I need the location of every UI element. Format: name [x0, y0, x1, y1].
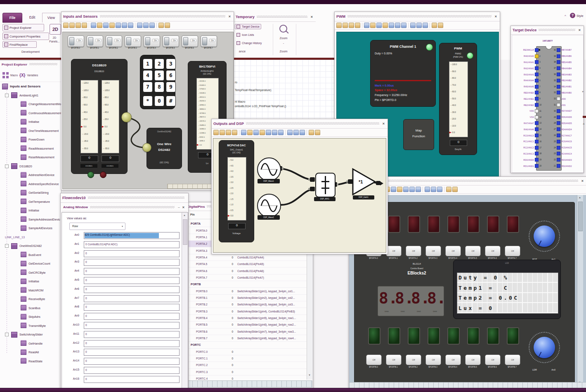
close-icon[interactable]: × — [310, 15, 314, 19]
toolbar-icon-10[interactable] — [122, 23, 127, 28]
ribbon-item-target-device[interactable]: Target Device — [235, 24, 261, 29]
tree-item[interactable]: ReceiveByte — [0, 295, 61, 304]
toolbar-icon-17[interactable] — [446, 187, 451, 192]
scroll-up-icon[interactable]: ▲ — [183, 214, 186, 216]
tree-item[interactable]: ReadState — [0, 357, 61, 366]
pin-pad[interactable] — [535, 103, 539, 107]
tab-file[interactable]: File — [2, 13, 22, 23]
tree-expander-icon[interactable]: - — [5, 333, 9, 336]
analog-vscrollbar[interactable]: ▲ — [182, 213, 188, 388]
digital-pin-row[interactable]: PORTA.40ComboBL0114(PinA4) — [186, 254, 307, 261]
toolbar-icon-18[interactable] — [438, 23, 443, 28]
pin-pad[interactable] — [535, 121, 539, 125]
toolbar-icon-10[interactable] — [409, 187, 415, 192]
onewire-connector-b[interactable] — [142, 143, 151, 152]
inputs-canvas[interactable]: On$PORTB.0On$PORTB.1On$PORTB.2On$PORTB.3… — [62, 32, 234, 189]
toolbar-icon-13[interactable] — [425, 187, 430, 192]
digital-pin-row[interactable]: PORTC.00 — [186, 349, 307, 355]
dsp-wave1-block[interactable]: DSP_Wave1 — [257, 157, 281, 181]
digital-pin-row[interactable]: PORTC.30 — [186, 369, 307, 376]
pin-pad[interactable] — [535, 115, 539, 119]
pin-pad[interactable] — [535, 54, 539, 58]
tree-item[interactable]: -SwitchArraySlider — [0, 330, 61, 339]
tab-edit[interactable]: Edit — [24, 13, 40, 22]
analog-value-field[interactable]: 0 — [84, 259, 180, 266]
analog-value-field[interactable]: 0 — [84, 277, 180, 284]
tree-expander-icon[interactable]: - — [5, 94, 9, 97]
toolbar-icon-3[interactable] — [82, 23, 87, 28]
pin-pad[interactable] — [557, 79, 560, 82]
analog-value-field[interactable]: 825 ComboBL0114(LightSensor ADC) — [84, 232, 180, 239]
analog-value-field[interactable]: 0 — [84, 367, 180, 374]
pin-pad[interactable] — [557, 60, 560, 64]
toolbar-icon-10[interactable] — [395, 23, 400, 28]
toolbar-icon-7[interactable] — [376, 23, 382, 28]
pin-pad[interactable] — [557, 85, 560, 89]
close-icon[interactable]: × — [580, 179, 585, 183]
board-switch[interactable]: Off — [485, 246, 501, 256]
digital-pin-row[interactable]: PORTB.10SwitchArraySlider1(pin2), keypad… — [186, 295, 307, 301]
pin-pad[interactable] — [535, 48, 539, 52]
tree-item[interactable]: BusEvent — [0, 251, 61, 260]
toolbar-icon-3[interactable] — [355, 23, 360, 28]
analog-value-field[interactable]: 0 — [84, 304, 180, 311]
tree-item[interactable]: GetHandle — [0, 339, 61, 348]
pin-pad[interactable] — [535, 158, 539, 162]
tree-item[interactable]: LINK_LINE_13 — [0, 233, 61, 242]
scroll-down-icon[interactable]: ▼ — [308, 374, 311, 376]
tree-item[interactable]: GetCRCByte — [0, 268, 61, 277]
digital-pin-row[interactable]: PORTB.40SwitchArraySlider1(pin5), keypad… — [186, 315, 307, 322]
close-icon[interactable]: × — [494, 14, 498, 19]
tree-item[interactable]: ReadAll — [0, 348, 61, 357]
board-switch[interactable]: Off — [425, 246, 441, 256]
pin-pad[interactable] — [557, 48, 560, 52]
zoom-minus[interactable]: - — [275, 41, 292, 45]
tree-item[interactable]: -OneWireDS2482 — [0, 242, 61, 251]
scroll-up-icon[interactable]: ▲ — [579, 196, 581, 199]
board-switch[interactable]: Off — [386, 354, 402, 365]
analog-value-field[interactable]: 0 — [84, 340, 180, 347]
toolbar-icon-11[interactable] — [401, 23, 406, 28]
tree-item[interactable]: SampleAddressedDevice — [0, 215, 61, 224]
tree-expander-icon[interactable]: - — [5, 164, 9, 168]
toolbar-icon-18[interactable] — [452, 187, 458, 192]
analog-value-field[interactable]: 0 — [84, 376, 180, 383]
pot-knob[interactable] — [534, 225, 555, 247]
toolbar-icon-18[interactable] — [165, 23, 170, 28]
tree-item[interactable]: -DS18B20 — [0, 162, 61, 171]
ldr-knob[interactable] — [534, 337, 555, 358]
pin-pad[interactable] — [535, 66, 539, 70]
tree-item[interactable]: GetTemperature — [0, 197, 61, 207]
digital-pin-row[interactable]: PORTB.20SwitchArraySlider1(pin3), keypad… — [186, 301, 307, 308]
pin-pad[interactable] — [557, 164, 560, 168]
tree-item[interactable]: OneTimeMeasurement — [0, 127, 61, 136]
tree-item[interactable]: Inputs and Sensors — [0, 82, 61, 91]
toolbar-icon-8[interactable] — [109, 23, 115, 28]
board-switch[interactable]: Off — [386, 246, 402, 256]
analog-value-field[interactable]: 0 — [84, 286, 180, 293]
pwm-meter-panel[interactable]: PWM PWM2 (PWM CH1) 100.090.080.070.060.0… — [439, 43, 477, 155]
toolbar-icon-13[interactable] — [287, 130, 293, 135]
digital-hscrollbar[interactable] — [187, 380, 312, 387]
pin-pad[interactable] — [535, 134, 539, 137]
project-explorer-button[interactable]: Project Explorer — [2, 24, 44, 31]
flowcode-title-bar[interactable]: Flowcodev10 — [61, 193, 188, 203]
board-switch[interactable]: Off — [505, 246, 520, 256]
toolbar-icon-0[interactable] — [213, 130, 219, 135]
tree-item[interactable]: Initialise — [0, 206, 61, 215]
pin-pad[interactable] — [557, 103, 560, 107]
zoom-icon[interactable] — [279, 25, 287, 33]
dsp-mix-block[interactable] — [315, 173, 336, 197]
pin-pad[interactable] — [535, 91, 539, 94]
toolbar-icon-11[interactable] — [278, 130, 284, 135]
board-vscrollbar[interactable]: ▲ ▼ — [577, 195, 583, 388]
pin-pad[interactable] — [535, 127, 539, 131]
pin-column-header[interactable]: Pin — [190, 213, 195, 216]
digital-pin-row[interactable]: PORTA.50ComboBL0114(PinA5) — [186, 261, 307, 268]
pin-pad[interactable] — [557, 73, 560, 76]
digital-pin-row[interactable]: PORTB.60SwitchArraySlider1(pin7), keypad… — [186, 329, 307, 335]
outputs-title-bar[interactable]: Outputs and DSP × — [212, 119, 388, 129]
tree-item[interactable]: ChangeMeasurementMode — [0, 100, 61, 109]
toolbar-icon-15[interactable] — [423, 23, 428, 28]
digital-pin-row[interactable]: PORTA.60ComboBL0114(PinA6) — [186, 268, 307, 274]
